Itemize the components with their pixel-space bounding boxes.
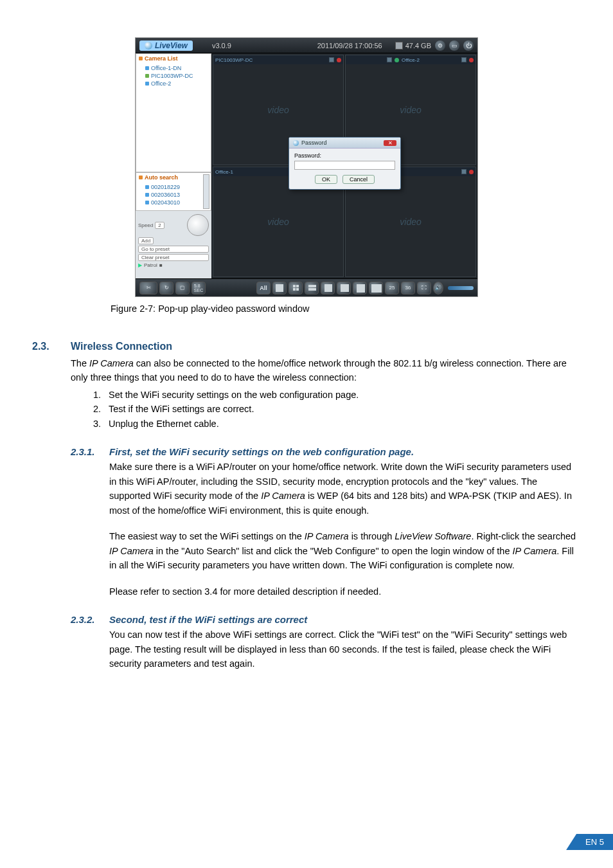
term-ip-camera: IP Camera — [261, 491, 305, 501]
section-title: Wireless Connection — [71, 341, 172, 352]
layout-16-icon[interactable] — [353, 282, 367, 294]
ptz-clear-button[interactable]: Clear preset — [138, 254, 209, 261]
scrollbar[interactable] — [203, 174, 209, 209]
subsection-heading: 2.3.2. Second, test if the WiFi settings… — [32, 614, 581, 625]
layout-1-icon[interactable] — [272, 282, 287, 294]
subsection-title: Second, test if the WiFi settings are co… — [109, 614, 307, 625]
section-number: 2.3. — [32, 341, 71, 352]
cell-title: PIC1003WP-DC — [215, 57, 253, 63]
sidebar: Camera List Office-1-DN PIC1003WP-DC Off… — [136, 53, 211, 278]
expand-icon[interactable] — [329, 57, 334, 62]
record-icon[interactable] — [337, 58, 341, 62]
subsection-number: 2.3.1. — [71, 446, 109, 457]
page-footer: EN 5 — [566, 834, 613, 850]
term-ip-camera: IP Camera — [305, 531, 349, 541]
password-label: Password: — [294, 152, 395, 159]
camera-item: PIC1003WP-DC — [145, 72, 208, 80]
ok-button[interactable]: OK — [315, 175, 337, 184]
section-heading: 2.3. Wireless Connection — [32, 341, 581, 352]
refresh-icon[interactable]: ↻ — [159, 282, 173, 294]
layout-4-icon[interactable] — [289, 282, 303, 294]
section-body: The IP Camera can also be connected to t… — [71, 356, 581, 385]
power-icon[interactable]: ⏻ — [463, 41, 474, 51]
video-grid: PIC1003WP-DC video Office-2 video Office… — [211, 53, 477, 278]
ptz-speed-label: Speed — [138, 222, 153, 228]
folder-icon — [139, 176, 143, 179]
dialog-icon — [293, 140, 299, 146]
list-item: 1.Set the WiFi security settings on the … — [93, 388, 581, 402]
term-liveview: LiveView Software — [395, 531, 471, 541]
record-icon[interactable] — [395, 58, 399, 62]
subsection-title: First, set the WiFi security settings on… — [109, 446, 414, 457]
camera-icon — [145, 193, 149, 197]
fullscreen-icon[interactable]: ⛶ — [417, 282, 431, 294]
settings-icon[interactable]: 5.8SEC — [191, 282, 206, 294]
password-dialog: Password ✕ Password: OK Cancel — [289, 137, 401, 190]
subsection-body: Make sure there is a WiFi AP/router on y… — [109, 460, 581, 599]
list-item: 2.Test if the WiFi settings are correct. — [93, 402, 581, 416]
auto-search-item: 002043010 — [145, 199, 208, 206]
minimize-icon[interactable]: ▭ — [449, 41, 459, 51]
disk-space: 47.4 GB — [405, 42, 431, 50]
expand-icon[interactable] — [461, 57, 466, 62]
ptz-joystick[interactable] — [187, 214, 209, 236]
monitor-icon[interactable]: ▢ — [175, 282, 190, 294]
auto-search-item: 002018229 — [145, 183, 208, 191]
list-item: 3.Unplug the Ethernet cable. — [93, 417, 581, 431]
steps-list: 1.Set the WiFi security settings on the … — [93, 388, 581, 431]
cell-title: Office-2 — [402, 57, 420, 63]
layout-36-button[interactable]: 36 — [401, 282, 415, 294]
app-logo: LiveView — [139, 41, 193, 51]
auto-search-title: Auto search — [136, 173, 211, 182]
camera-tree[interactable]: Office-1-DN PIC1003WP-DC Office-2 — [136, 63, 211, 89]
snapshot-icon[interactable]: ✄ — [139, 282, 157, 294]
app-datetime: 2011/09/28 17:00:56 — [317, 42, 382, 50]
camera-icon — [145, 201, 149, 204]
ptz-add-button[interactable]: Add — [138, 237, 154, 244]
record-icon[interactable] — [469, 170, 474, 174]
expand-icon[interactable] — [387, 57, 392, 62]
app-titlebar: LiveView v3.0.9 2011/09/28 17:00:56 47.4… — [136, 38, 477, 53]
password-input[interactable] — [294, 161, 395, 170]
watermark: video — [267, 105, 289, 115]
layout-20-icon[interactable] — [369, 282, 383, 294]
watermark: video — [400, 105, 421, 115]
auto-search-item: 002036013 — [145, 191, 208, 199]
folder-icon — [139, 57, 143, 60]
watermark: video — [267, 217, 289, 227]
subsection-number: 2.3.2. — [71, 614, 109, 625]
ptz-goto-button[interactable]: Go to preset — [138, 246, 209, 253]
record-icon[interactable] — [469, 58, 474, 62]
app-screenshot: LiveView v3.0.9 2011/09/28 17:00:56 47.4… — [135, 37, 478, 297]
term-ip-camera: IP Camera — [513, 546, 557, 556]
speaker-icon[interactable]: 🔊 — [433, 282, 443, 294]
layout-6-icon[interactable] — [305, 282, 319, 294]
cancel-button[interactable]: Cancel — [342, 175, 375, 184]
camera-item: Office-2 — [145, 80, 208, 87]
layout-9-icon[interactable] — [321, 282, 335, 294]
camera-list-panel: Camera List Office-1-DN PIC1003WP-DC Off… — [136, 53, 211, 172]
layout-all-button[interactable]: All — [256, 282, 271, 294]
camera-icon — [145, 66, 149, 70]
term-ip-camera: IP Camera — [89, 358, 134, 368]
app-name: LiveView — [155, 41, 188, 50]
dialog-title-text: Password — [301, 140, 327, 146]
camera-icon — [145, 74, 149, 78]
settings-icon[interactable]: ⚙ — [435, 41, 445, 51]
app-version: v3.0.9 — [212, 42, 231, 50]
layout-12-icon[interactable] — [337, 282, 351, 294]
close-icon[interactable]: ✕ — [384, 140, 396, 146]
bottom-toolbar: ✄ ↻ ▢ 5.8SEC All 25 36 ⛶ 🔊 — [136, 278, 477, 296]
ptz-speed-value[interactable]: 2 — [155, 222, 164, 229]
volume-slider[interactable] — [448, 286, 474, 290]
subsection-body: You can now test if the above WiFi setti… — [109, 628, 581, 671]
play-icon[interactable]: ▶ — [138, 262, 142, 268]
camera-icon — [145, 82, 149, 86]
stop-icon[interactable]: ■ — [159, 262, 163, 268]
auto-search-panel: Auto search 002018229 002036013 00204301… — [136, 172, 211, 211]
layout-25-button[interactable]: 25 — [385, 282, 399, 294]
cell-title: Office-1 — [215, 169, 233, 175]
expand-icon[interactable] — [461, 169, 466, 174]
auto-search-tree[interactable]: 002018229 002036013 002043010 — [136, 182, 211, 208]
camera-icon — [145, 185, 149, 189]
